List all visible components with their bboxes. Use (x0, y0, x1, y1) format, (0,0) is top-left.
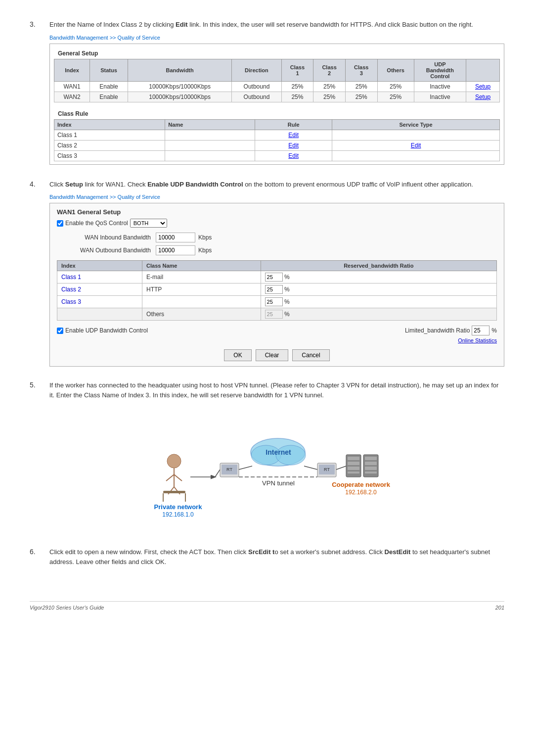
cell-cr-svc2[interactable]: Edit (332, 140, 500, 150)
th-cr-name: Name (165, 119, 255, 130)
table-row: Class 2 HTTP % (57, 284, 497, 296)
svg-rect-32 (365, 467, 377, 470)
step-4-content: Click Setup link for WAN1. Check Enable … (49, 180, 504, 367)
th-wc-ratio: Reserved_bandwidth Ratio (261, 261, 496, 271)
th-wc-name: Class Name (142, 261, 261, 271)
breadcrumb-3: Bandwidth Management >> Quality of Servi… (49, 35, 504, 41)
table-row: Class 3 % (57, 296, 497, 308)
class-rule-title: Class Rule (54, 107, 500, 119)
button-row: OK Clear Cancel (57, 349, 497, 361)
wan1-panel: WAN1 General Setup Enable the QoS Contro… (49, 203, 504, 367)
wan-class-table: Index Class Name Reserved_bandwidth Rati… (57, 260, 497, 321)
ratio-input-2[interactable] (265, 285, 283, 294)
udp-label: Enable UDP Bandwidth Control (65, 327, 148, 334)
cell-cr-idx2: Class 2 (54, 140, 165, 150)
footer-right: 201 (495, 605, 504, 611)
cell-cr-rule2[interactable]: Edit (255, 140, 332, 150)
table-row: WAN2 Enable 10000Kbps/10000Kbps Outbound… (54, 92, 500, 102)
qos-control-row: Enable the QoS Control BOTH Inbound Outb… (57, 219, 497, 228)
limited-ratio-section: Limited_bandwidth Ratio % (405, 326, 497, 335)
limited-unit: % (491, 327, 497, 334)
cell-c2-1: 25% (313, 81, 346, 92)
svg-rect-33 (365, 472, 377, 473)
wan-panel-title: WAN1 General Setup (57, 208, 497, 216)
svg-rect-31 (365, 462, 377, 465)
svg-rect-25 (348, 457, 359, 460)
cell-c2-2: 25% (313, 92, 346, 102)
cancel-button[interactable]: Cancel (292, 349, 329, 361)
th-status: Status (90, 59, 128, 81)
table-row: Class 1 E-mail % (57, 271, 497, 284)
svg-text:VPN tunnel: VPN tunnel (262, 479, 295, 487)
ratio-unit-others: % (284, 311, 290, 318)
svg-text:Private network: Private network (154, 503, 203, 511)
online-stats[interactable]: Online Statistics (57, 337, 497, 343)
footer: Vigor2910 Series User's Guide 201 (30, 601, 504, 611)
cell-cr-idx3: Class 3 (54, 150, 165, 161)
ratio-unit-3: % (284, 298, 290, 305)
th-others: Others (377, 59, 414, 81)
th-cr-rule: Rule (255, 119, 332, 130)
table-row: Others % (57, 308, 497, 321)
inbound-row: WAN Inbound Bandwidth Kbps (57, 233, 497, 242)
inbound-input[interactable] (156, 233, 195, 242)
cell-wc-others (57, 308, 142, 321)
cell-wan2: WAN2 (54, 92, 90, 102)
ratio-input-1[interactable] (265, 273, 283, 282)
cell-cr-name3 (165, 150, 255, 161)
online-stats-link[interactable]: Online Statistics (458, 337, 497, 343)
udp-checkbox[interactable] (57, 328, 63, 334)
inbound-unit: Kbps (198, 234, 212, 241)
diagram-svg: RT Internet RT (148, 408, 405, 531)
step-5: 5. If the worker has connected to the he… (30, 380, 504, 533)
qos-select[interactable]: BOTH Inbound Outbound (130, 219, 167, 228)
step-3-text: Enter the Name of Index Class 2 by click… (49, 20, 504, 30)
step-6: 6. Click edit to open a new window. Firs… (30, 547, 504, 571)
th-udp: UDPBandwidthControl (414, 59, 466, 81)
ok-button[interactable]: OK (224, 349, 251, 361)
step-6-text: Click edit to open a new window. First, … (49, 547, 504, 567)
cell-setup2[interactable]: Setup (466, 92, 500, 102)
step-3: 3. Enter the Name of Index Class 2 by cl… (30, 20, 504, 166)
outbound-input[interactable] (156, 245, 195, 255)
breadcrumb-4: Bandwidth Management >> Quality of Servi… (49, 194, 504, 200)
step-4-text: Click Setup link for WAN1. Check Enable … (49, 180, 504, 189)
table-row: WAN1 Enable 10000Kbps/10000Kbps Outbound… (54, 81, 500, 92)
cell-c1-2: 25% (281, 92, 313, 102)
svg-text:RT: RT (226, 467, 232, 472)
svg-point-1 (167, 454, 181, 468)
svg-text:Cooperate network: Cooperate network (332, 481, 391, 488)
cell-cr-rule3[interactable]: Edit (255, 150, 332, 161)
th-class3: Class3 (345, 59, 377, 81)
table-row: Class 3 Edit (54, 150, 500, 161)
step-3-content: Enter the Name of Index Class 2 by click… (49, 20, 504, 166)
cell-udp2: Inactive (414, 92, 466, 102)
th-cr-service: Service Type (332, 119, 500, 130)
cell-c3-2: 25% (345, 92, 377, 102)
outbound-row: WAN Outbound Bandwidth Kbps (57, 245, 497, 255)
cell-bw1: 10000Kbps/10000Kbps (128, 81, 231, 92)
cell-setup1[interactable]: Setup (466, 81, 500, 92)
cell-c1-1: 25% (281, 81, 313, 92)
svg-rect-26 (348, 462, 359, 465)
ratio-unit-2: % (284, 286, 290, 293)
clear-button[interactable]: Clear (256, 349, 289, 361)
step-number-6: 6. (30, 547, 49, 571)
th-action (466, 59, 500, 81)
udp-row: Enable UDP Bandwidth Control Limited_ban… (57, 326, 497, 335)
table-row: Class 2 Edit Edit (54, 140, 500, 150)
cell-cr-svc3 (332, 150, 500, 161)
general-setup-inner: General Setup Index Status Bandwidth Dir… (50, 44, 504, 164)
limited-input[interactable] (472, 326, 490, 335)
step-5-text: If the worker has connected to the headq… (49, 380, 504, 400)
svg-text:RT: RT (324, 467, 330, 472)
cell-udp1: Inactive (414, 81, 466, 92)
cell-wc-ratio1: % (261, 271, 496, 284)
ratio-input-3[interactable] (265, 297, 283, 306)
step-number-5: 5. (30, 380, 49, 533)
cell-cr-rule1[interactable]: Edit (255, 130, 332, 140)
cell-cr-idx1: Class 1 (54, 130, 165, 140)
general-setup-panel: General Setup Index Status Bandwidth Dir… (49, 44, 504, 165)
ratio-unit-1: % (284, 274, 290, 281)
qos-checkbox[interactable] (57, 220, 63, 227)
